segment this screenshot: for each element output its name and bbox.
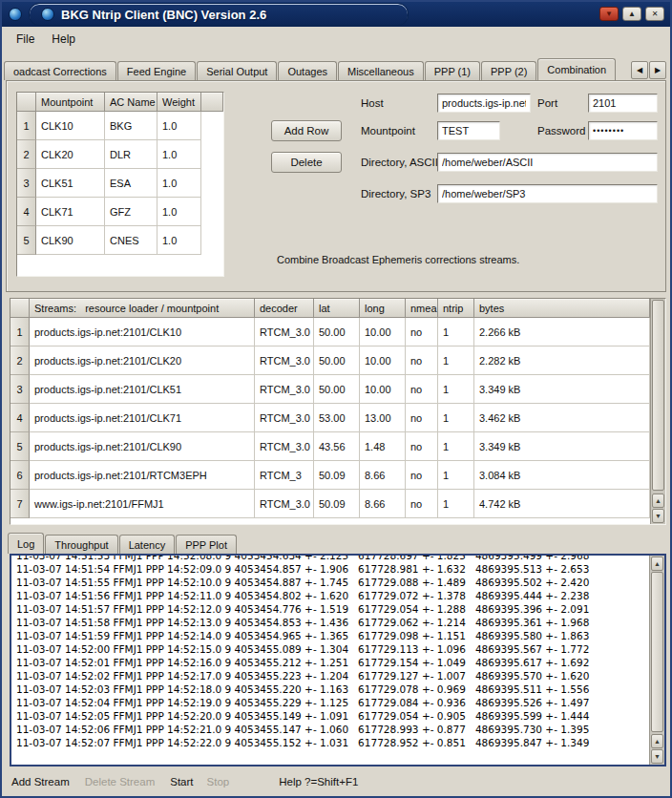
minimize-button[interactable]: ▼ <box>599 7 619 21</box>
cell-decoder[interactable]: RTCM_3.0 <box>255 432 314 461</box>
directory-ascii-input[interactable] <box>437 153 658 172</box>
scrollbar-up-button[interactable]: ▲ <box>652 494 664 508</box>
log-output[interactable]: 11-03-07 14:51:53 FFMJ1 PPP 14:52:08.0 9… <box>10 554 666 766</box>
cell-decoder[interactable]: RTCM_3.0 <box>255 346 314 375</box>
column-header-mountpoint[interactable]: Mountpoint <box>36 93 105 112</box>
cell-weight[interactable]: 1.0 <box>158 169 201 198</box>
cell-lat[interactable]: 50.00 <box>314 375 360 404</box>
cell-nmea[interactable]: no <box>406 318 438 346</box>
maximize-button[interactable]: ▲ <box>622 7 641 21</box>
tab-log[interactable]: Log <box>8 533 44 554</box>
tab-ppp-2[interactable]: PPP (2) <box>481 61 536 80</box>
cell-lat[interactable]: 50.00 <box>314 346 360 375</box>
tab-outages[interactable]: Outages <box>278 61 337 80</box>
cell-decoder[interactable]: RTCM_3.0 <box>255 318 314 346</box>
mountpoint-input[interactable] <box>437 121 500 140</box>
cell-stream-mountpoint[interactable]: products.igs-ip.net:2101/CLK51 <box>30 375 255 404</box>
cell-stream-mountpoint[interactable]: www.igs-ip.net:2101/FFMJ1 <box>30 490 255 518</box>
column-header-lat[interactable]: lat <box>314 299 360 318</box>
combination-row[interactable]: 2 CLK20 DLR 1.0 <box>17 140 223 169</box>
cell-long[interactable]: 10.00 <box>360 375 406 404</box>
column-header-long[interactable]: long <box>360 299 406 318</box>
column-header-bytes[interactable]: bytes <box>474 299 650 318</box>
cell-weight[interactable]: 1.0 <box>158 226 201 255</box>
cell-nmea[interactable]: no <box>406 432 438 461</box>
cell-decoder[interactable]: RTCM_3.0 <box>255 375 314 404</box>
cell-bytes[interactable]: 3.349 kB <box>474 375 650 404</box>
streams-scrollbar[interactable]: ▲ ▼ <box>650 299 665 524</box>
tab-serial-output[interactable]: Serial Output <box>197 61 277 80</box>
cell-long[interactable]: 8.66 <box>360 490 406 518</box>
titlebar[interactable]: BKG Ntrip Client (BNC) Version 2.6 ▼ ▲ ✕ <box>2 2 670 27</box>
cell-weight[interactable]: 1.0 <box>158 198 201 226</box>
cell-bytes[interactable]: 2.282 kB <box>474 346 650 375</box>
tab-ppp-1[interactable]: PPP (1) <box>425 61 480 80</box>
cell-lat[interactable]: 50.09 <box>314 490 360 518</box>
cell-decoder[interactable]: RTCM_3.0 <box>255 490 314 518</box>
tab-ppp-plot[interactable]: PPP Plot <box>176 535 237 554</box>
delete-stream-button[interactable]: Delete Stream <box>85 776 156 788</box>
cell-mountpoint[interactable]: CLK71 <box>36 198 105 226</box>
cell-bytes[interactable]: 4.742 kB <box>474 490 650 518</box>
tab-broadcast-corrections[interactable]: oadcast Corrections <box>4 61 116 80</box>
stream-row[interactable]: 1 products.igs-ip.net:2101/CLK10 RTCM_3.… <box>10 318 650 346</box>
help-button[interactable]: Help ?=Shift+F1 <box>279 776 358 788</box>
stream-row[interactable]: 2 products.igs-ip.net:2101/CLK20 RTCM_3.… <box>10 346 650 375</box>
tab-throughput[interactable]: Throughput <box>45 535 117 554</box>
cell-nmea[interactable]: no <box>406 346 438 375</box>
cell-bytes[interactable]: 3.462 kB <box>474 404 650 432</box>
column-header-decoder[interactable]: decoder <box>255 299 314 318</box>
cell-weight[interactable]: 1.0 <box>158 140 201 169</box>
close-button[interactable]: ✕ <box>645 7 664 21</box>
combination-row[interactable]: 3 CLK51 ESA 1.0 <box>17 169 223 198</box>
column-header-nmea[interactable]: nmea <box>406 299 438 318</box>
cell-bytes[interactable]: 2.266 kB <box>474 318 650 346</box>
cell-nmea[interactable]: no <box>406 461 438 490</box>
cell-stream-mountpoint[interactable]: products.igs-ip.net:2101/CLK20 <box>30 346 255 375</box>
cell-stream-mountpoint[interactable]: products.igs-ip.net:2101/RTCM3EPH <box>30 461 255 490</box>
start-button[interactable]: Start <box>170 776 193 788</box>
cell-ntrip[interactable]: 1 <box>438 318 474 346</box>
cell-bytes[interactable]: 3.084 kB <box>474 461 650 490</box>
cell-lat[interactable]: 53.00 <box>314 404 360 432</box>
scrollbar-down-button[interactable]: ▼ <box>652 509 664 523</box>
tab-latency[interactable]: Latency <box>119 535 176 554</box>
log-scrollbar[interactable]: ▲ ▲ ▼ <box>649 556 664 765</box>
combination-row[interactable]: 1 CLK10 BKG 1.0 <box>17 112 223 140</box>
cell-lat[interactable]: 50.00 <box>314 318 360 346</box>
menu-file[interactable]: File <box>8 30 43 49</box>
cell-ntrip[interactable]: 1 <box>438 461 474 490</box>
scrollbar-thumb[interactable] <box>652 300 664 491</box>
tab-scroll-left-button[interactable]: ◀ <box>631 61 648 79</box>
scrollbar-up-button[interactable]: ▲ <box>651 556 663 571</box>
cell-nmea[interactable]: no <box>406 490 438 518</box>
cell-nmea[interactable]: no <box>406 404 438 432</box>
cell-long[interactable]: 8.66 <box>360 461 406 490</box>
password-input[interactable] <box>588 121 658 140</box>
host-input[interactable] <box>437 94 531 113</box>
cell-mountpoint[interactable]: CLK51 <box>36 169 105 198</box>
cell-long[interactable]: 1.48 <box>360 432 406 461</box>
cell-stream-mountpoint[interactable]: products.igs-ip.net:2101/CLK10 <box>30 318 255 346</box>
tab-combination[interactable]: Combination <box>537 58 616 80</box>
cell-decoder[interactable]: RTCM_3.0 <box>255 404 314 432</box>
column-header-streams[interactable]: Streams: resource loader / mountpoint <box>30 299 255 318</box>
cell-ntrip[interactable]: 1 <box>438 375 474 404</box>
window-menu-button[interactable] <box>7 6 24 23</box>
cell-long[interactable]: 13.00 <box>360 404 406 432</box>
combination-row[interactable]: 4 CLK71 GFZ 1.0 <box>17 198 223 226</box>
title-caption[interactable]: BKG Ntrip Client (BNC) Version 2.6 <box>29 3 409 26</box>
cell-ntrip[interactable]: 1 <box>438 490 474 518</box>
cell-stream-mountpoint[interactable]: products.igs-ip.net:2101/CLK90 <box>30 432 255 461</box>
cell-ac-name[interactable]: CNES <box>105 226 158 255</box>
menu-help[interactable]: Help <box>43 30 84 49</box>
cell-nmea[interactable]: no <box>406 375 438 404</box>
cell-mountpoint[interactable]: CLK20 <box>36 140 105 169</box>
cell-lat[interactable]: 50.09 <box>314 461 360 490</box>
cell-long[interactable]: 10.00 <box>360 346 406 375</box>
stream-row[interactable]: 4 products.igs-ip.net:2101/CLK71 RTCM_3.… <box>10 404 650 432</box>
port-input[interactable] <box>588 94 658 113</box>
cell-long[interactable]: 10.00 <box>360 318 406 346</box>
cell-ac-name[interactable]: DLR <box>105 140 158 169</box>
add-row-button[interactable]: Add Row <box>271 120 342 141</box>
